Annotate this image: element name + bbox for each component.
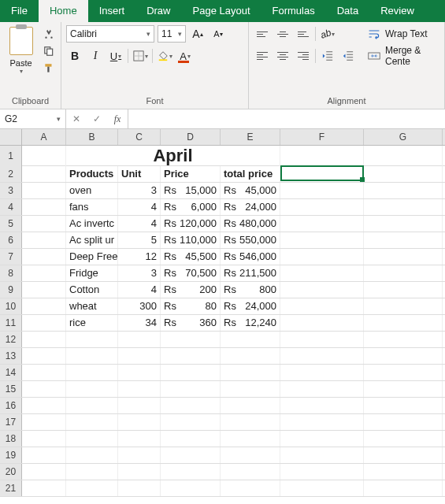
cell[interactable] xyxy=(280,199,364,215)
align-middle-button[interactable] xyxy=(274,25,291,43)
cancel-formula-button[interactable]: ✕ xyxy=(66,113,87,124)
row-header[interactable]: 10 xyxy=(0,298,22,314)
cell[interactable] xyxy=(280,480,364,496)
cell[interactable] xyxy=(221,348,280,364)
cell[interactable] xyxy=(22,464,66,480)
cell[interactable] xyxy=(161,431,221,447)
cell[interactable]: Rs80 xyxy=(161,298,221,314)
cell[interactable] xyxy=(161,464,221,480)
select-all-corner[interactable] xyxy=(0,129,22,145)
cell[interactable] xyxy=(22,398,66,413)
align-center-button[interactable] xyxy=(274,47,291,65)
cell[interactable] xyxy=(66,431,118,447)
cell[interactable]: 4 xyxy=(118,199,161,215)
cell[interactable] xyxy=(280,232,364,248)
row-header[interactable]: 5 xyxy=(0,216,22,232)
cell[interactable] xyxy=(364,315,443,331)
italic-button[interactable]: I xyxy=(87,47,104,65)
cell[interactable] xyxy=(364,166,443,182)
tab-data[interactable]: Data xyxy=(326,0,369,22)
cell[interactable] xyxy=(221,365,280,380)
row-header[interactable]: 19 xyxy=(0,447,22,463)
cell[interactable] xyxy=(221,381,280,397)
cell[interactable] xyxy=(280,447,364,463)
cell[interactable] xyxy=(22,315,66,331)
row-header[interactable]: 18 xyxy=(0,431,22,447)
cell[interactable] xyxy=(364,447,443,463)
cell[interactable] xyxy=(364,232,443,248)
row-header[interactable]: 13 xyxy=(0,348,22,364)
cell[interactable] xyxy=(280,183,364,198)
paste-icon[interactable] xyxy=(9,27,33,55)
cell[interactable] xyxy=(161,332,221,347)
row-header[interactable]: 16 xyxy=(0,398,22,413)
merge-center-button[interactable]: Merge & Cente xyxy=(363,47,439,65)
col-header-b[interactable]: B xyxy=(66,129,118,145)
align-left-button[interactable] xyxy=(254,47,271,65)
cell[interactable] xyxy=(364,480,443,496)
cell[interactable]: Rs24,000 xyxy=(221,298,280,314)
decrease-indent-button[interactable] xyxy=(319,47,336,65)
col-header-e[interactable]: E xyxy=(221,129,280,145)
align-top-button[interactable] xyxy=(254,25,271,43)
cell[interactable] xyxy=(22,414,66,430)
row-header[interactable]: 9 xyxy=(0,282,22,298)
tab-insert[interactable]: Insert xyxy=(88,0,136,22)
row-header[interactable]: 1 xyxy=(0,146,22,166)
cell[interactable] xyxy=(364,464,443,480)
cell[interactable] xyxy=(280,216,364,232)
cell[interactable]: Fridge xyxy=(66,265,118,281)
col-header-g[interactable]: G xyxy=(364,129,443,145)
cell[interactable] xyxy=(221,332,280,347)
orientation-button[interactable]: ab▾ xyxy=(319,25,336,43)
bold-button[interactable]: B xyxy=(66,47,83,65)
cell[interactable]: Rs550,000 xyxy=(221,232,280,248)
cell[interactable] xyxy=(280,414,364,430)
cell[interactable] xyxy=(66,332,118,347)
cell[interactable]: 3 xyxy=(118,265,161,281)
cell[interactable]: wheat xyxy=(66,298,118,314)
cell[interactable]: fans xyxy=(66,199,118,215)
cell[interactable] xyxy=(280,166,364,182)
cell[interactable]: Rs70,500 xyxy=(161,265,221,281)
cell[interactable] xyxy=(22,199,66,215)
cell[interactable] xyxy=(280,398,364,413)
cell[interactable] xyxy=(22,332,66,347)
cell[interactable]: Rs12,240 xyxy=(221,315,280,331)
cell[interactable] xyxy=(221,431,280,447)
cell[interactable] xyxy=(118,414,161,430)
cell[interactable] xyxy=(280,315,364,331)
row-header[interactable]: 7 xyxy=(0,249,22,265)
cell[interactable] xyxy=(66,365,118,380)
cell[interactable]: Rs45,000 xyxy=(221,183,280,198)
cell[interactable]: Rs15,000 xyxy=(161,183,221,198)
cell[interactable] xyxy=(118,447,161,463)
cell[interactable] xyxy=(118,464,161,480)
cell[interactable]: Rs211,500 xyxy=(221,265,280,281)
title-cell[interactable]: April xyxy=(66,146,280,166)
cell[interactable] xyxy=(364,332,443,347)
cell[interactable] xyxy=(22,447,66,463)
cell[interactable] xyxy=(364,265,443,281)
paste-button[interactable]: Paste xyxy=(9,58,32,68)
cell[interactable] xyxy=(118,332,161,347)
cell[interactable] xyxy=(118,381,161,397)
cell[interactable] xyxy=(22,298,66,314)
cell[interactable] xyxy=(22,232,66,248)
col-header-f[interactable]: F xyxy=(280,129,364,145)
cell[interactable]: Rs6,000 xyxy=(161,199,221,215)
cell[interactable] xyxy=(118,431,161,447)
tab-page-layout[interactable]: Page Layout xyxy=(182,0,261,22)
cell[interactable] xyxy=(161,414,221,430)
cell[interactable] xyxy=(364,216,443,232)
cell[interactable] xyxy=(22,480,66,496)
cell[interactable] xyxy=(118,348,161,364)
cell[interactable]: Price xyxy=(161,166,221,182)
cell[interactable]: Rs546,000 xyxy=(221,249,280,265)
row-header[interactable]: 3 xyxy=(0,183,22,198)
cell[interactable] xyxy=(66,447,118,463)
cell[interactable] xyxy=(364,348,443,364)
cell[interactable]: Deep Free xyxy=(66,249,118,265)
cell[interactable] xyxy=(66,348,118,364)
cell[interactable] xyxy=(364,298,443,314)
